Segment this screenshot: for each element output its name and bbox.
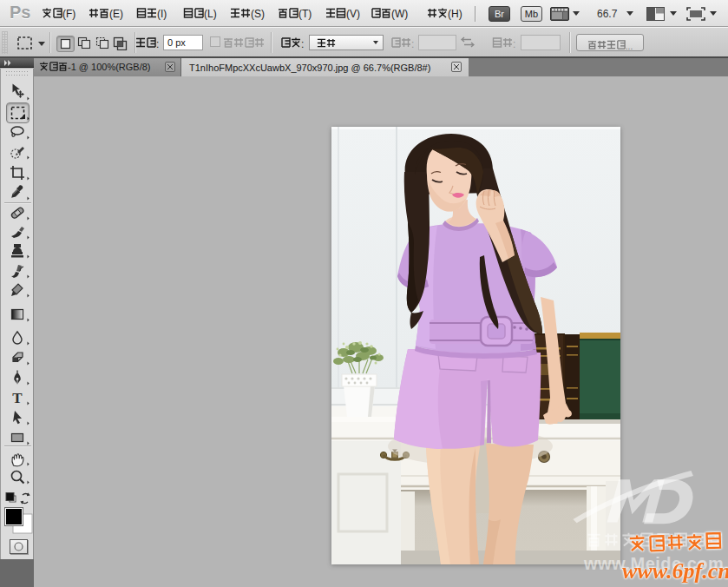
svg-text:T: T [12, 390, 23, 406]
